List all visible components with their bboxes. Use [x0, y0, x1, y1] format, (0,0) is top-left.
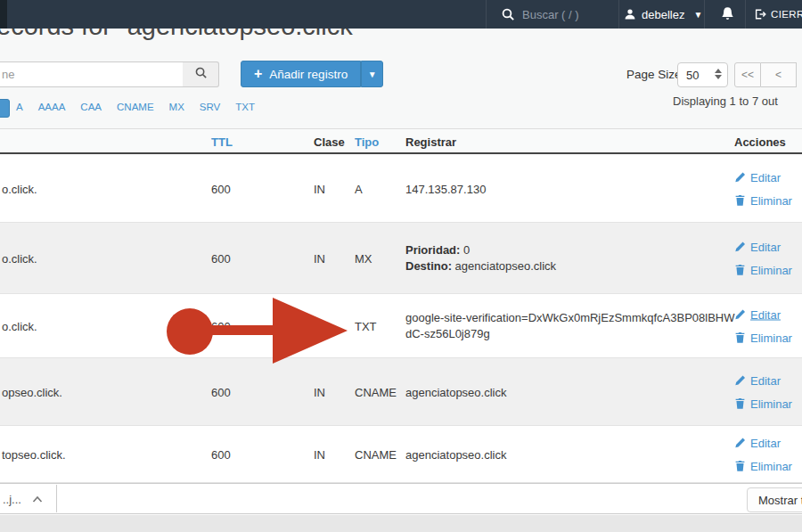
filter-link-srv[interactable]: SRV [200, 102, 220, 112]
delete-record-link[interactable]: Eliminar [734, 331, 792, 344]
show-all-button[interactable]: Mostrar t [747, 487, 802, 512]
footer-collapsed-text: ..j... [3, 493, 21, 506]
record-type: CNAME [355, 447, 397, 461]
record-value: 147.135.87.130 [405, 183, 486, 196]
add-record-button[interactable]: + Añadir registro [241, 61, 361, 87]
search-icon[interactable] [501, 7, 515, 25]
pencil-icon [734, 437, 746, 448]
record-value: agenciatopseo.click [405, 385, 506, 398]
table-row: o.click. 600 IN TXT google-site-verifica… [0, 294, 802, 358]
column-header-ttl[interactable]: TTL [211, 135, 233, 149]
record-name: topseo.click. [2, 447, 66, 461]
filter-link-aaaa[interactable]: AAAA [38, 102, 66, 112]
edit-record-link[interactable]: Editar [734, 307, 792, 321]
pagination-group: << < [734, 62, 797, 87]
filter-link-caa[interactable]: CAA [80, 102, 102, 112]
filter-link-a[interactable]: A [16, 102, 23, 112]
record-type: CNAME [355, 385, 397, 398]
filter-all-chip[interactable] [0, 99, 10, 118]
edit-record-link[interactable]: Editar [734, 436, 792, 449]
record-value: Prioridad: 0 Destino: agenciatopseo.clic… [405, 242, 556, 274]
record-class: IN [314, 183, 325, 196]
logout-label: CIERRE [771, 9, 802, 20]
notifications-bell-icon[interactable] [720, 6, 735, 25]
add-record-label: Añadir registro [269, 68, 348, 81]
trash-icon [734, 397, 746, 409]
add-record-split-button: + Añadir registro ▼ [241, 61, 383, 87]
column-header-registrar[interactable]: Registrar [405, 135, 456, 149]
filter-link-mx[interactable]: MX [169, 102, 184, 112]
table-header: TTL Clase Tipo Registrar Acciones [0, 128, 802, 154]
record-name: o.click. [2, 319, 37, 332]
column-header-tipo[interactable]: Tipo [355, 135, 379, 149]
page-header-area: ecords for “agenciatopseo.click” + Añadi… [0, 29, 802, 128]
pencil-icon [734, 172, 746, 184]
record-ttl: 600 [211, 183, 231, 196]
nav-divider [745, 0, 746, 29]
displaying-count-text: Displaying 1 to 7 out [673, 94, 778, 108]
dns-zone-manager-page: ecords for “agenciatopseo.click” + Añadi… [0, 0, 802, 532]
delete-record-link[interactable]: Eliminar [734, 397, 792, 410]
pencil-icon [734, 308, 746, 320]
row-actions: Editar Eliminar [734, 373, 792, 410]
chevron-up-icon [32, 495, 43, 503]
table-row: opseo.click. 600 IN CNAME agenciatopseo.… [0, 358, 802, 426]
pencil-icon [734, 241, 746, 252]
column-header-clase[interactable]: Clase [314, 135, 345, 149]
filter-search-button[interactable] [183, 61, 219, 87]
delete-record-link[interactable]: Eliminar [734, 459, 792, 472]
expand-panel-button[interactable] [29, 491, 45, 507]
page-size-select[interactable]: 50 [677, 62, 728, 87]
footer-bar: ..j... Mostrar t [0, 483, 802, 514]
edit-record-link[interactable]: Editar [734, 171, 792, 184]
row-actions: Editar Eliminar [734, 307, 792, 344]
filter-link-cname[interactable]: CNAME [117, 102, 154, 112]
trash-icon [734, 264, 746, 275]
record-class: IN [314, 447, 325, 461]
filter-link-txt[interactable]: TXT [235, 102, 255, 112]
annotation-arrow-head [273, 298, 348, 364]
record-filter-input[interactable] [0, 61, 184, 87]
trash-icon [734, 195, 746, 207]
pagination-prev-button[interactable]: < [761, 62, 797, 87]
pencil-icon [734, 374, 746, 386]
record-value: agenciatopseo.click [405, 447, 506, 461]
record-name: o.click. [2, 251, 37, 265]
record-ttl: 600 [211, 385, 231, 398]
nav-divider [618, 0, 619, 29]
table-row: o.click. 600 IN A 147.135.87.130 Editar … [0, 156, 802, 223]
spinner-icon [715, 69, 722, 79]
delete-record-link[interactable]: Eliminar [734, 194, 792, 208]
record-class: IN [314, 251, 325, 265]
record-ttl: 600 [211, 251, 231, 265]
row-actions: Editar Eliminar [734, 240, 792, 276]
top-navbar: Buscar ( / ) debellez ▼ CIERRE [0, 0, 802, 29]
footer-divider [56, 485, 57, 512]
logout-icon [754, 8, 766, 20]
record-type: A [355, 183, 363, 196]
edit-record-link[interactable]: Editar [734, 373, 792, 387]
record-type: MX [355, 251, 372, 265]
pagination-first-button[interactable]: << [734, 62, 761, 87]
record-name: opseo.click. [2, 385, 62, 398]
record-class: IN [314, 385, 325, 398]
username-label: debellez [642, 8, 684, 21]
row-actions: Editar Eliminar [734, 171, 792, 208]
column-header-acciones: Acciones [734, 135, 786, 149]
delete-record-link[interactable]: Eliminar [734, 263, 792, 276]
page-size-value: 50 [686, 69, 699, 82]
row-actions: Editar Eliminar [734, 436, 792, 472]
search-icon [194, 66, 208, 83]
user-icon [624, 8, 636, 20]
logout-button[interactable]: CIERRE [754, 0, 802, 29]
user-menu[interactable]: debellez ▼ [624, 0, 702, 29]
page-size-label: Page Size [626, 68, 682, 81]
edit-record-link[interactable]: Editar [734, 240, 792, 253]
record-type: TXT [355, 319, 377, 332]
navbar-search-input[interactable]: Buscar ( / ) [522, 8, 579, 21]
add-record-dropdown-toggle[interactable]: ▼ [361, 61, 383, 87]
record-type-filters: A AAAA CAA CNAME MX SRV TXT [16, 102, 255, 112]
nav-divider [486, 0, 487, 29]
record-ttl: 600 [211, 447, 231, 461]
plus-icon: + [254, 67, 262, 81]
